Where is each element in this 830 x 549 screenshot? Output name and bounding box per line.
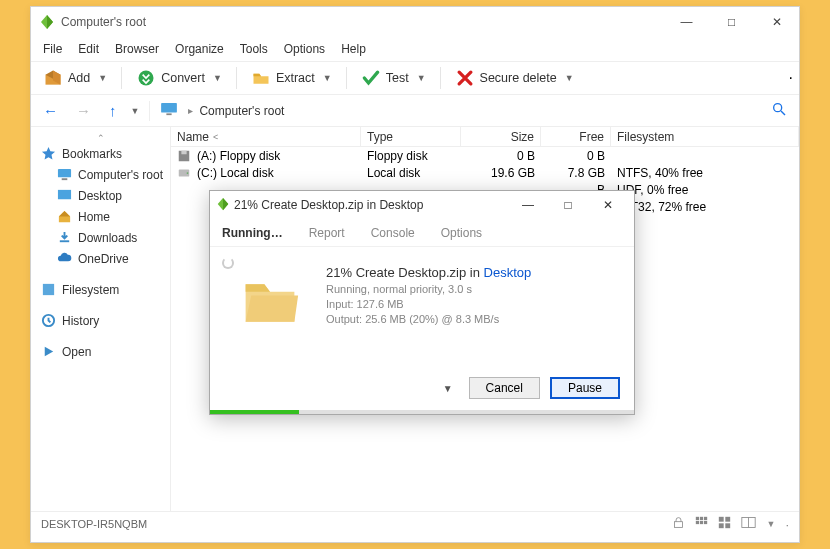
cell-free: 7.8 GB: [541, 166, 611, 180]
tab-running[interactable]: Running…: [220, 222, 285, 244]
sidebar-open[interactable]: Open: [33, 341, 168, 362]
folder-big-icon: [240, 271, 300, 331]
svg-rect-21: [704, 521, 707, 524]
disk-icon: [177, 166, 191, 180]
test-button[interactable]: Test ▼: [355, 65, 432, 91]
menu-browser[interactable]: Browser: [107, 39, 167, 59]
view-dropdown[interactable]: ▼: [766, 519, 775, 529]
svg-rect-16: [696, 517, 699, 520]
cell-name: (C:) Local disk: [197, 166, 274, 180]
pause-button[interactable]: Pause: [550, 377, 620, 399]
tab-console[interactable]: Console: [369, 222, 417, 244]
nav-up[interactable]: ↑: [105, 100, 121, 121]
tab-options[interactable]: Options: [439, 222, 484, 244]
maximize-button[interactable]: □: [709, 7, 754, 37]
cell-fs: UDF, 0% free: [611, 183, 799, 197]
sidebar-item-home[interactable]: Home: [33, 206, 168, 227]
convert-button[interactable]: Convert ▼: [130, 65, 228, 91]
chevron-down-icon[interactable]: ▼: [98, 73, 107, 83]
sidebar-collapse-up[interactable]: ⌃: [33, 133, 168, 143]
progress-dialog: 21% Create Desktop.zip in Desktop — □ ✕ …: [209, 190, 635, 415]
sidebar-item-label: Downloads: [78, 231, 137, 245]
sidebar-item-label: Home: [78, 210, 110, 224]
chevron-down-icon[interactable]: ▼: [417, 73, 426, 83]
menu-bar: File Edit Browser Organize Tools Options…: [31, 37, 799, 61]
close-button[interactable]: ✕: [754, 7, 799, 37]
breadcrumb[interactable]: ▸ Computer's root: [188, 104, 757, 118]
chevron-down-icon[interactable]: ▼: [323, 73, 332, 83]
dialog-maximize[interactable]: □: [548, 191, 588, 219]
cancel-button[interactable]: Cancel: [469, 377, 540, 399]
home-icon: [57, 209, 72, 224]
svg-rect-22: [719, 517, 724, 522]
column-type[interactable]: Type: [361, 127, 461, 146]
separator: [121, 67, 122, 89]
column-filesystem[interactable]: Filesystem: [611, 127, 799, 146]
view-small-icons[interactable]: [695, 516, 708, 532]
sidebar-bookmarks[interactable]: Bookmarks: [33, 143, 168, 164]
search-icon[interactable]: [767, 97, 791, 124]
cloud-icon: [57, 251, 72, 266]
cell-size: 0 B: [461, 149, 541, 163]
dialog-minimize[interactable]: —: [508, 191, 548, 219]
svg-rect-18: [704, 517, 707, 520]
secure-delete-label: Secure delete: [480, 71, 557, 85]
crumb-label[interactable]: Computer's root: [199, 104, 284, 118]
menu-file[interactable]: File: [35, 39, 70, 59]
sidebar-item-label: Desktop: [78, 189, 122, 203]
minimize-button[interactable]: —: [664, 7, 709, 37]
column-size[interactable]: Size: [461, 127, 541, 146]
sidebar-filesystem[interactable]: Filesystem: [33, 279, 168, 300]
svg-point-3: [774, 104, 782, 112]
add-button[interactable]: Add ▼: [37, 65, 113, 91]
nav-back[interactable]: ←: [39, 100, 62, 121]
destination-link[interactable]: Desktop: [484, 265, 532, 280]
status-bar: DESKTOP-IR5NQBM ▼ ·: [31, 511, 799, 536]
svg-rect-8: [60, 240, 69, 242]
nav-forward[interactable]: →: [72, 100, 95, 121]
svg-rect-24: [719, 523, 724, 528]
cell-fs: NTFS, 40% free: [611, 166, 799, 180]
secure-delete-button[interactable]: Secure delete ▼: [449, 65, 580, 91]
view-details-icon[interactable]: [741, 516, 756, 532]
extract-button[interactable]: Extract ▼: [245, 65, 338, 91]
check-icon: [361, 68, 381, 88]
chevron-down-icon[interactable]: ▼: [213, 73, 222, 83]
nav-history-dropdown[interactable]: ▼: [131, 106, 140, 116]
footer-dropdown[interactable]: ▼: [443, 383, 453, 394]
menu-help[interactable]: Help: [333, 39, 374, 59]
sidebar-item-computers-root[interactable]: Computer's root: [33, 164, 168, 185]
toolbar-overflow[interactable]: ·: [789, 69, 793, 87]
table-row[interactable]: (A:) Floppy disk Floppy disk 0 B 0 B: [171, 147, 799, 164]
test-label: Test: [386, 71, 409, 85]
sidebar-item-desktop[interactable]: Desktop: [33, 185, 168, 206]
sidebar-item-downloads[interactable]: Downloads: [33, 227, 168, 248]
menu-edit[interactable]: Edit: [70, 39, 107, 59]
svg-rect-9: [43, 284, 54, 295]
menu-tools[interactable]: Tools: [232, 39, 276, 59]
chevron-down-icon[interactable]: ▼: [565, 73, 574, 83]
menu-options[interactable]: Options: [276, 39, 333, 59]
window-controls: — □ ✕: [664, 7, 799, 37]
sidebar-history[interactable]: History: [33, 310, 168, 331]
statusbar-overflow[interactable]: ·: [785, 517, 789, 532]
toolbar: Add ▼ Convert ▼ Extract ▼ Test ▼ Secure …: [31, 61, 799, 95]
status-line: Running, normal priority, 3.0 s: [326, 283, 618, 295]
column-headers: Name< Type Size Free Filesystem: [171, 127, 799, 147]
column-name[interactable]: Name<: [171, 127, 361, 146]
menu-organize[interactable]: Organize: [167, 39, 232, 59]
view-large-icons[interactable]: [718, 516, 731, 532]
filesystem-label: Filesystem: [62, 283, 119, 297]
tab-report[interactable]: Report: [307, 222, 347, 244]
lock-icon[interactable]: [672, 516, 685, 532]
dialog-close[interactable]: ✕: [588, 191, 628, 219]
progress-info: 21% Create Desktop.zip in Desktop Runnin…: [326, 265, 618, 325]
filesystem-icon: [41, 282, 56, 297]
cell-free: 0 B: [541, 149, 611, 163]
clock-icon: [41, 313, 56, 328]
sidebar-item-onedrive[interactable]: OneDrive: [33, 248, 168, 269]
table-row[interactable]: (C:) Local disk Local disk 19.6 GB 7.8 G…: [171, 164, 799, 181]
download-icon: [57, 230, 72, 245]
svg-rect-23: [726, 517, 731, 522]
column-free[interactable]: Free: [541, 127, 611, 146]
